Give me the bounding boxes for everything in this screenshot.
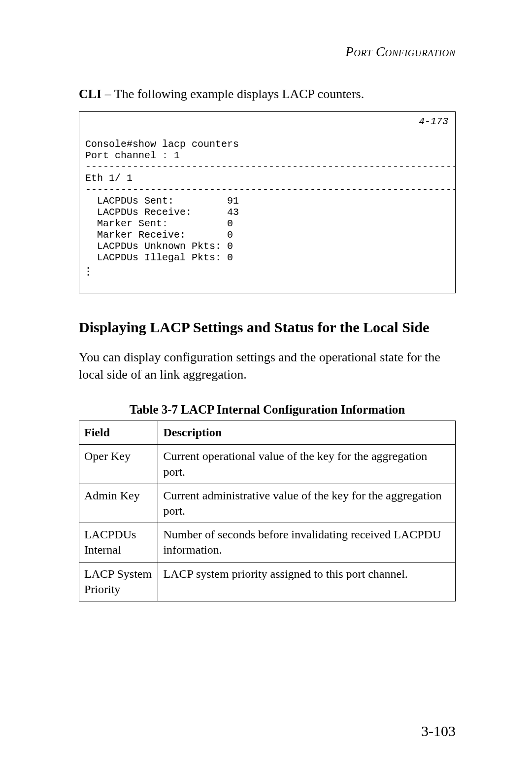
cli-output-box: 4-173 Console#show lacp counters Port ch… (79, 111, 456, 293)
cli-row-value: 0 (227, 241, 233, 252)
cli-eth: Eth 1/ 1 (85, 173, 133, 184)
cli-row-label: Marker Receive: (85, 229, 186, 241)
table-head-desc: Description (158, 421, 456, 445)
cli-row-label: LACPDUs Sent: (85, 195, 174, 207)
table-cell-field: LACP System Priority (79, 562, 158, 601)
cli-row-pad (192, 207, 227, 218)
cli-row-value: 91 (227, 195, 239, 207)
section-heading: Displaying LACP Settings and Status for … (79, 319, 456, 336)
cli-row: LACPDUs Illegal Pkts: 0 (85, 252, 233, 263)
cli-port-channel: Port channel : 1 (85, 150, 180, 161)
cli-row: LACPDUs Unknown Pkts: 0 (85, 241, 233, 252)
section-body: You can display configuration settings a… (79, 349, 456, 383)
cli-row: Marker Receive: 0 (85, 229, 233, 241)
cli-row-label: LACPDUs Receive: (85, 207, 192, 218)
cli-row-value: 0 (227, 252, 233, 263)
table-cell-desc: Current operational value of the key for… (158, 445, 456, 484)
table-cell-desc: Current administrative value of the key … (158, 484, 456, 523)
cli-page-ref: 4-173 (419, 116, 448, 127)
cli-label: CLI (79, 87, 101, 101)
cli-intro-text: – The following example displays LACP co… (101, 87, 364, 101)
table-caption: Table 3-7 LACP Internal Configuration In… (79, 403, 456, 417)
cli-row: LACPDUs Receive: 43 (85, 207, 239, 218)
cli-row: LACPDUs Sent: 91 (85, 195, 239, 207)
table-row: LACP System Priority LACP system priorit… (79, 562, 456, 601)
cli-row-pad (168, 218, 227, 229)
table-row: Oper Key Current operational value of th… (79, 445, 456, 484)
cli-row-label: LACPDUs Illegal Pkts: (85, 252, 221, 263)
cli-row-value: 43 (227, 207, 239, 218)
table-row: Admin Key Current administrative value o… (79, 484, 456, 523)
cli-row-pad (221, 241, 227, 252)
cli-row-pad (174, 195, 227, 207)
cli-row-label: LACPDUs Unknown Pkts: (85, 241, 221, 252)
table-cell-field: Admin Key (79, 484, 158, 523)
table-cell-desc: LACP system priority assigned to this po… (158, 562, 456, 601)
cli-row: Marker Sent: 0 (85, 218, 233, 229)
cli-rule2: ----------------------------------------… (85, 184, 456, 195)
vertical-ellipsis-icon: . . . (85, 264, 91, 275)
cli-rule: ----------------------------------------… (85, 161, 456, 173)
cli-row-value: 0 (227, 218, 233, 229)
cli-command: Console#show lacp counters (85, 139, 239, 150)
table-cell-field: Oper Key (79, 445, 158, 484)
running-head: Port Configuration (79, 44, 456, 60)
table-cell-desc: Number of seconds before invalidating re… (158, 523, 456, 562)
cli-row-pad (221, 252, 227, 263)
page-number: 3-103 (421, 723, 456, 739)
cli-row-label: Marker Sent: (85, 218, 168, 229)
config-info-table: Field Description Oper Key Current opera… (79, 421, 456, 601)
page: Port Configuration CLI – The following e… (0, 0, 532, 774)
cli-row-pad (186, 229, 227, 241)
table-cell-field: LACPDUs Internal (79, 523, 158, 562)
cli-row-value: 0 (227, 229, 233, 241)
cli-intro: CLI – The following example displays LAC… (79, 85, 456, 103)
table-row: LACPDUs Internal Number of seconds befor… (79, 523, 456, 562)
table-head-field: Field (79, 421, 158, 445)
table-header-row: Field Description (79, 421, 456, 445)
